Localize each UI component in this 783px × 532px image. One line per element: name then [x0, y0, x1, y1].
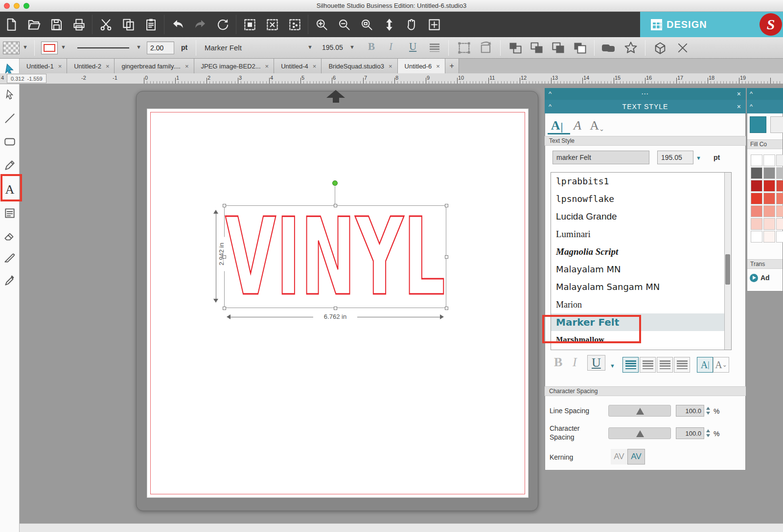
font-size-value[interactable]: 195.05: [322, 44, 346, 51]
select-by-color-button[interactable]: [283, 14, 306, 35]
text-horizontal-button[interactable]: A|: [697, 357, 713, 373]
line-style-dropdown-icon[interactable]: ▼: [136, 44, 141, 50]
selection-handle[interactable]: [334, 204, 337, 207]
character-spacing-value[interactable]: 100.0: [676, 427, 704, 439]
font-size-dropdown-icon[interactable]: ▼: [696, 155, 701, 161]
tab-untitled-1[interactable]: Untitled-1×: [20, 59, 67, 73]
line-style-select[interactable]: [73, 42, 133, 54]
design-tab-button[interactable]: DESIGN: [651, 19, 707, 30]
font-name-input[interactable]: marker Felt: [553, 151, 649, 164]
color-swatch[interactable]: [751, 155, 762, 166]
tab-gingerbread-family[interactable]: gingerbread family....×: [115, 59, 194, 73]
slider-thumb[interactable]: [636, 430, 644, 437]
ungroup-button[interactable]: [530, 41, 544, 57]
close-section-icon[interactable]: ×: [737, 104, 741, 109]
pan-hand-button[interactable]: [400, 14, 423, 35]
fill-color-tab[interactable]: [750, 116, 766, 133]
zoom-in-button[interactable]: [310, 14, 333, 35]
tab-untitled-4[interactable]: Untitled-4×: [274, 59, 322, 73]
tool-eyedropper[interactable]: [2, 273, 18, 288]
line-weight-input[interactable]: 2.00: [147, 42, 174, 54]
tool-line[interactable]: [2, 111, 18, 126]
line-spacing-value[interactable]: 100.0: [676, 405, 704, 417]
color-swatch[interactable]: [763, 167, 775, 179]
color-swatch[interactable]: [763, 218, 775, 230]
vinyl-text[interactable]: VINYL: [225, 211, 445, 302]
tool-eraser[interactable]: [2, 228, 18, 244]
fill-gradient-tab[interactable]: [770, 116, 783, 133]
bottom-scrollbar-strip[interactable]: [0, 523, 783, 532]
text-options-tab[interactable]: A⌄: [589, 117, 605, 133]
underline-button[interactable]: U: [409, 41, 416, 53]
panel-bold-button[interactable]: B: [554, 355, 562, 370]
font-list-item[interactable]: Malayalam Sangam MN: [551, 278, 731, 296]
vinyl-artwork[interactable]: VINYL: [221, 211, 449, 302]
texture-swatch[interactable]: [3, 42, 20, 54]
star-shape-button[interactable]: [623, 41, 638, 57]
tool-notes[interactable]: [2, 205, 18, 221]
close-tab-icon[interactable]: ×: [265, 63, 269, 70]
paste-button[interactable]: [139, 14, 162, 35]
align-justify-button[interactable]: [674, 357, 690, 373]
open-file-button[interactable]: [23, 14, 45, 35]
selection-handle[interactable]: [445, 307, 448, 310]
font-family-dropdown-icon[interactable]: ▼: [307, 44, 313, 50]
tool-draw[interactable]: [2, 157, 18, 173]
color-swatch[interactable]: [751, 205, 762, 217]
color-swatch[interactable]: [763, 193, 775, 204]
new-tab-button[interactable]: +: [445, 59, 459, 73]
shadow-3d-button[interactable]: [653, 41, 668, 57]
pan-vertical-button[interactable]: [378, 14, 400, 35]
color-swatch[interactable]: [751, 167, 762, 179]
delete-button[interactable]: [675, 41, 690, 57]
align-center-button[interactable]: [640, 357, 656, 373]
line-color-dropdown-icon[interactable]: ▼: [61, 44, 66, 50]
copy-button[interactable]: [117, 14, 139, 35]
script-style-tab[interactable]: A: [569, 117, 586, 133]
send-to-back-button[interactable]: [573, 41, 587, 57]
font-size-dropdown-icon[interactable]: ▼: [349, 44, 355, 50]
zoom-out-button[interactable]: [333, 14, 355, 35]
refresh-button[interactable]: [211, 14, 234, 35]
character-spacing-slider[interactable]: [608, 427, 671, 439]
font-list-item[interactable]: lpsnowflake: [551, 190, 731, 208]
close-tab-icon[interactable]: ×: [313, 63, 317, 70]
undo-button[interactable]: [166, 14, 189, 35]
font-family-select[interactable]: Marker Felt: [205, 44, 242, 52]
color-swatch[interactable]: [776, 193, 783, 204]
font-list-item[interactable]: Lucida Grande: [551, 208, 731, 225]
color-swatch[interactable]: [776, 218, 783, 230]
italic-button[interactable]: I: [389, 41, 392, 53]
close-tab-icon[interactable]: ×: [389, 63, 392, 70]
panel-italic-button[interactable]: I: [573, 355, 577, 370]
selection-handle[interactable]: [223, 255, 226, 259]
selection-handle[interactable]: [334, 307, 337, 310]
color-swatch[interactable]: [763, 231, 775, 243]
align-left-button[interactable]: [622, 357, 639, 373]
font-list-item-selected[interactable]: Marker Felt: [551, 313, 731, 331]
cut-button[interactable]: [94, 14, 117, 35]
collapse-section-icon[interactable]: ^: [750, 104, 753, 109]
text-vertical-button[interactable]: A⌄: [713, 357, 729, 373]
kerning-on-button[interactable]: AV: [627, 449, 645, 465]
tool-text[interactable]: A: [2, 182, 18, 198]
line-spacing-slider[interactable]: [608, 405, 671, 417]
line-spacing-stepper[interactable]: [705, 405, 711, 417]
align-right-button[interactable]: [657, 357, 673, 373]
character-spacing-stepper[interactable]: [705, 427, 711, 439]
font-list-item[interactable]: Malayalam MN: [551, 261, 731, 278]
kerning-off-button[interactable]: AV: [611, 449, 627, 465]
tab-untitled-6[interactable]: Untitled-6×: [398, 59, 445, 73]
text-style-tab[interactable]: A|: [549, 117, 565, 133]
color-swatch[interactable]: [751, 193, 762, 204]
tool-shape[interactable]: [2, 134, 18, 150]
selection-handle[interactable]: [445, 255, 448, 259]
panel-drag-dots-icon[interactable]: ⋯: [545, 89, 746, 98]
color-swatch[interactable]: [751, 180, 762, 192]
save-button[interactable]: [45, 14, 68, 35]
tool-point-edit[interactable]: [2, 87, 18, 103]
font-list-item[interactable]: lprabbits1: [551, 173, 731, 190]
close-panel-icon[interactable]: ×: [737, 91, 741, 96]
tab-untitled-2[interactable]: Untitled-2×: [67, 59, 115, 73]
weld-button[interactable]: [601, 41, 616, 57]
